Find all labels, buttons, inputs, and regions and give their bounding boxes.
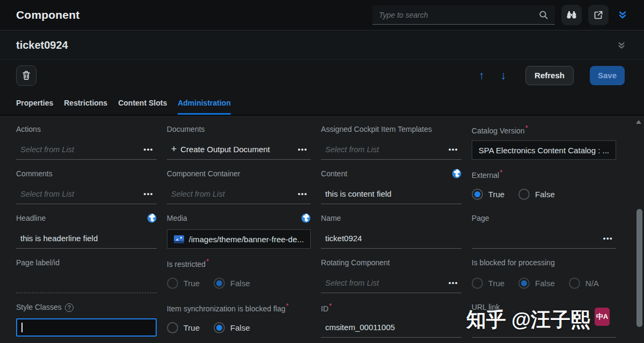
component-container-select[interactable]: Select from List ••• <box>167 184 311 204</box>
search-input[interactable] <box>372 11 539 19</box>
text-caret <box>21 323 23 332</box>
open-in-new-button[interactable] <box>588 5 609 25</box>
radio-circle <box>167 278 178 289</box>
more-icon[interactable]: ••• <box>144 190 156 198</box>
field-media: Media /images/theme/banner-free-de... <box>167 212 311 257</box>
more-icon[interactable]: ••• <box>449 145 460 153</box>
find-similar-button[interactable] <box>561 5 582 25</box>
required-asterisk: * <box>206 257 209 265</box>
globe-icon[interactable] <box>452 169 462 178</box>
required-asterisk: * <box>329 302 332 310</box>
page-select[interactable]: ••• <box>472 228 616 249</box>
tab-administration[interactable]: Administration <box>178 99 231 115</box>
radio-false[interactable]: False <box>214 322 250 333</box>
required-asterisk: * <box>525 124 528 132</box>
radio-na: N/A <box>569 278 599 289</box>
field-label: Assigned Cockpit Item Templates <box>321 125 432 133</box>
field-label: External* <box>472 168 502 180</box>
field-is-restricted: Is restricted* True False <box>167 257 311 301</box>
field-label: Rotating Component <box>321 258 390 267</box>
create-output-document-link[interactable]: + Create Output Document <box>171 144 270 155</box>
actions-select[interactable]: Select from List ••• <box>16 139 157 160</box>
style-classes-input[interactable] <box>16 318 157 337</box>
id-input[interactable]: cmsitem_00011005 <box>321 317 462 338</box>
radio-false[interactable]: False <box>518 189 555 200</box>
radio-false: False <box>214 278 250 289</box>
field-label: Name <box>321 214 341 222</box>
more-icon[interactable]: ••• <box>144 145 156 153</box>
watermark: 知乎 @汪子熙 中A <box>466 307 610 333</box>
globe-icon[interactable] <box>147 213 157 223</box>
media-reference[interactable]: /images/theme/banner-free-de... <box>167 229 311 249</box>
collapse-object-header-button[interactable] <box>614 41 629 50</box>
radio-circle <box>472 189 483 200</box>
radio-circle <box>214 322 225 333</box>
refresh-button[interactable]: Refresh <box>525 66 574 85</box>
is-restricted-radio-group: True False <box>167 273 311 293</box>
globe-icon[interactable] <box>301 213 311 223</box>
delete-button[interactable] <box>16 65 36 86</box>
field-documents: Documents + Create Output Document ••• <box>167 123 311 168</box>
field-label: Documents <box>167 125 205 133</box>
next-item-arrow-down[interactable]: ↓ <box>501 70 507 81</box>
field-label: Comments <box>16 169 53 178</box>
previous-item-arrow-up[interactable]: ↑ <box>479 70 485 81</box>
field-style-classes: Style Classes? <box>16 301 157 343</box>
radio-circle <box>214 278 225 289</box>
comments-select[interactable]: Select from List ••• <box>16 184 157 204</box>
catalog-version-value[interactable]: SPA Electronics Content Catalog : ... <box>472 140 616 160</box>
templates-select[interactable]: Select from List ••• <box>321 139 462 160</box>
binoculars-icon <box>566 10 577 20</box>
field-id: ID* cmsitem_00011005 <box>321 301 462 343</box>
radio-circle <box>167 322 178 333</box>
more-icon[interactable]: ••• <box>603 234 615 242</box>
save-button[interactable]: Save <box>590 66 625 85</box>
field-label: Page label/id <box>16 258 60 267</box>
field-actions: Actions Select from List ••• <box>16 123 157 168</box>
field-label: Is blocked for processing <box>472 258 555 267</box>
tab-properties[interactable]: Properties <box>16 99 53 115</box>
headline-input[interactable]: this is headerline field <box>16 228 157 249</box>
tab-restrictions[interactable]: Restrictions <box>64 99 107 115</box>
radio-true[interactable]: True <box>472 189 504 200</box>
name-input[interactable]: ticket0924 <box>321 228 462 249</box>
more-icon[interactable]: ••• <box>298 190 310 198</box>
search-icon[interactable] <box>539 10 555 20</box>
tab-content-slots[interactable]: Content Slots <box>118 99 167 115</box>
editor-toolbar-zone: ↑ ↓ Refresh Save Properties Restrictions… <box>0 61 644 115</box>
expand-header-button[interactable] <box>615 10 630 20</box>
field-rotating-component: Rotating Component Select from List ••• <box>321 257 462 301</box>
field-label: Is restricted* <box>167 257 209 269</box>
editor-tabs: Properties Restrictions Content Slots Ad… <box>0 90 644 115</box>
more-icon[interactable]: ••• <box>298 145 310 153</box>
scrollbar-thumb[interactable] <box>636 209 642 327</box>
content-input[interactable]: this is content field <box>321 184 462 204</box>
search-box[interactable] <box>372 5 555 25</box>
field-page: Page ••• <box>472 212 616 257</box>
rotating-component-select[interactable]: Select from List ••• <box>321 273 462 293</box>
field-label: Actions <box>16 125 41 133</box>
radio-circle <box>518 189 530 200</box>
radio-true: True <box>472 278 504 289</box>
page-label-id-readonly <box>16 273 157 293</box>
field-label: Style Classes? <box>16 303 74 312</box>
field-name: Name ticket0924 <box>321 212 462 257</box>
field-comments: Comments Select from List ••• <box>16 168 157 212</box>
field-external: External* True False <box>472 168 616 212</box>
item-sync-radio-group: True False <box>167 317 311 338</box>
radio-true[interactable]: True <box>167 322 200 333</box>
shell-header: Component <box>0 0 644 31</box>
more-icon[interactable]: ••• <box>449 279 460 287</box>
help-icon[interactable]: ? <box>65 303 74 312</box>
scrollbar-up-arrow[interactable] <box>636 120 641 124</box>
field-label: Page <box>472 214 489 222</box>
plus-icon: + <box>171 144 177 155</box>
field-catalog-version: Catalog Version* SPA Electronics Content… <box>472 123 616 168</box>
field-component-container: Component Container Select from List ••• <box>167 168 311 212</box>
field-label: Component Container <box>167 169 240 178</box>
field-label: Media <box>167 214 187 222</box>
field-label: ID* <box>321 302 332 313</box>
radio-true: True <box>167 278 200 289</box>
field-label: Catalog Version* <box>472 124 528 135</box>
required-asterisk: * <box>500 168 502 176</box>
